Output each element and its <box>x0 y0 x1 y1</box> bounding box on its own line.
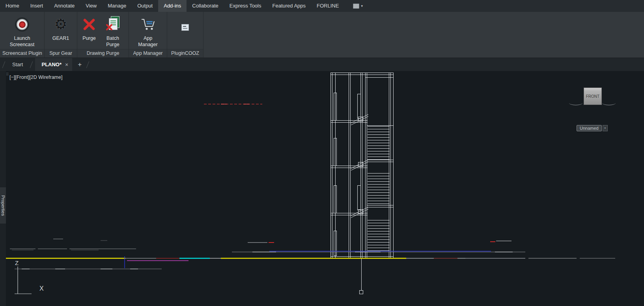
file-tab-start-label: Start <box>12 62 23 67</box>
ucs-x-axis-label: X <box>39 285 44 292</box>
unnamed-view-button[interactable]: Unnamed <box>577 125 602 131</box>
view-section-control: Unnamed ▾ <box>577 125 608 131</box>
new-tab-button[interactable]: + <box>75 58 84 71</box>
batch-purge-icon <box>105 16 120 33</box>
tab-separator <box>86 61 90 68</box>
app-manager-button[interactable]: App Manager <box>132 14 164 49</box>
ribbon-tab-featured-apps[interactable]: Featured Apps <box>267 0 311 12</box>
unnamed-view-dropdown[interactable]: ▾ <box>603 125 608 131</box>
ribbon-tab-annotate[interactable]: Annotate <box>49 0 80 12</box>
viewcube-front-face[interactable]: FRONT <box>584 88 602 105</box>
viewcube-compass-arc-right <box>602 101 616 105</box>
ribbon-tab-add-ins[interactable]: Add-ins <box>158 0 187 12</box>
panel-title-drawing-purge: Drawing Purge <box>77 49 129 58</box>
ribbon-panel-drawing-purge: Purge Batch Purge Drawing Purge <box>77 12 129 58</box>
file-tab-bar: Start PLANO* × + <box>0 58 644 71</box>
panel-title-plugincooz: PluginCOOZ <box>167 49 203 58</box>
file-tab-plano-label: PLANO* <box>41 62 62 67</box>
screencast-record-icon <box>15 17 29 32</box>
ribbon-tab-bar: Home Insert Annotate View Manage Output … <box>0 0 644 12</box>
palette-grip-icon: ⠿ <box>6 72 8 76</box>
chevron-down-icon: ▾ <box>361 4 363 8</box>
file-tab-plano[interactable]: PLANO* × <box>35 58 72 71</box>
panel-title-spur-gear: Spur Gear <box>45 49 77 58</box>
launch-screencast-button[interactable]: Launch Screencast <box>6 14 39 49</box>
gear1-button[interactable]: ⚙ GEAR1 <box>51 14 71 42</box>
launch-screencast-label: Launch Screencast <box>7 35 37 48</box>
tab-separator <box>2 61 6 68</box>
ribbon-tab-forline[interactable]: FORLINE <box>311 0 344 12</box>
ribbon-tab-view[interactable]: View <box>80 0 102 12</box>
batch-purge-label: Batch Purge <box>102 35 124 48</box>
ribbon-panel-plugincooz: PluginCOOZ <box>167 12 203 58</box>
properties-palette-tab[interactable]: Properties <box>0 187 6 224</box>
ribbon: Launch Screencast Screencast Plugin ⚙ GE… <box>0 12 644 58</box>
viewcube-compass-arc-left <box>569 101 582 105</box>
purge-x-icon <box>82 17 96 32</box>
batch-purge-button[interactable]: Batch Purge <box>100 14 125 49</box>
properties-tab-label: Properties <box>1 195 6 216</box>
ucs-icon: Z X <box>15 259 162 294</box>
ribbon-panel-app-manager: App Manager App Manager <box>129 12 167 58</box>
ribbon-tab-collaborate[interactable]: Collaborate <box>187 0 224 12</box>
plugincooz-button[interactable] <box>180 14 190 35</box>
plugincooz-icon <box>181 24 189 31</box>
viewport-view-control[interactable]: [Front] <box>15 75 29 80</box>
viewport-controls: [−] [Front] [2D Wireframe] <box>9 75 62 80</box>
ribbon-panel-spur-gear: ⚙ GEAR1 Spur Gear <box>45 12 77 58</box>
ribbon-panel-screencast-plugin: Launch Screencast Screencast Plugin <box>0 12 45 58</box>
stair-stringers <box>351 114 368 218</box>
chevron-down-icon: ▾ <box>604 127 606 130</box>
ribbon-tab-express-tools[interactable]: Express Tools <box>224 0 267 12</box>
app-manager-label: App Manager <box>134 35 162 48</box>
purge-label: Purge <box>82 35 95 41</box>
drawing-area: Z X Properties ⠿ [−] [Front] [2D Wirefra… <box>0 71 644 306</box>
viewcube-front-label: FRONT <box>586 94 599 99</box>
ground-lines <box>0 249 615 268</box>
tab-separator <box>30 61 33 68</box>
ribbon-tab-output[interactable]: Output <box>132 0 158 12</box>
ribbon-tab-manage[interactable]: Manage <box>102 0 132 12</box>
ribbon-thumbnail-icon <box>353 4 359 9</box>
panel-title-screencast-plugin: Screencast Plugin <box>0 49 44 58</box>
gear-icon: ⚙ <box>54 17 67 32</box>
app-manager-cart-icon <box>140 17 156 32</box>
drawing-viewport[interactable]: Z X <box>0 71 644 306</box>
gear1-label: GEAR1 <box>52 35 69 41</box>
panel-title-app-manager: App Manager <box>129 49 167 58</box>
close-tab-icon[interactable]: × <box>65 62 68 68</box>
file-tab-start[interactable]: Start <box>7 58 28 71</box>
viewport-minimize-control[interactable]: [−] <box>9 75 15 80</box>
ucs-z-axis-label: Z <box>15 259 19 266</box>
purge-button[interactable]: Purge <box>80 14 98 42</box>
viewport-visual-style-control[interactable]: [2D Wireframe] <box>29 75 62 80</box>
scattered-marks <box>53 239 511 243</box>
viewcube[interactable]: FRONT <box>569 86 616 111</box>
ribbon-display-options[interactable]: ▾ <box>349 0 367 12</box>
ribbon-tab-insert[interactable]: Insert <box>25 0 49 12</box>
stair-hatch <box>368 126 390 251</box>
ribbon-tab-home[interactable]: Home <box>0 0 25 12</box>
